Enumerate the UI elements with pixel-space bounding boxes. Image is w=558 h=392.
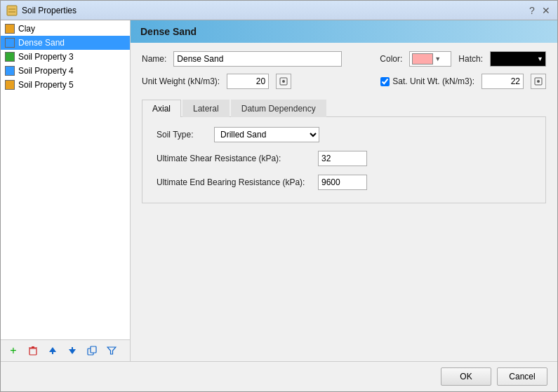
tabs-container: AxialLateralDatum Dependency [142, 99, 546, 117]
dialog-title: Soil Properties [22, 6, 77, 15]
soil-properties-dialog: Soil Properties ? ✕ ClayDense SandSoil P… [0, 0, 558, 392]
section-header: Dense Sand [131, 20, 557, 43]
svg-marker-6 [49, 347, 56, 352]
sidebar-item-label-soil-4: Soil Property 4 [18, 66, 74, 76]
hatch-label: Hatch: [458, 54, 483, 64]
dialog-body: ClayDense SandSoil Property 3Soil Proper… [1, 20, 557, 361]
name-input[interactable] [173, 51, 342, 67]
move-down-button[interactable] [64, 343, 81, 358]
sidebar-item-color-soil-4 [5, 66, 15, 76]
close-button[interactable]: ✕ [540, 5, 552, 16]
name-label: Name: [142, 54, 166, 64]
name-row: Name: Color: ▼ Hatch: ▼ [142, 51, 546, 67]
sidebar-item-soil-3[interactable]: Soil Property 3 [1, 50, 130, 64]
sidebar-toolbar: + [1, 339, 130, 361]
help-button[interactable]: ? [526, 5, 538, 16]
svg-rect-2 [8, 11, 15, 13]
sidebar-item-soil-4[interactable]: Soil Property 4 [1, 64, 130, 78]
sat-input[interactable] [481, 74, 524, 89]
cancel-button[interactable]: Cancel [497, 367, 547, 386]
delete-button[interactable] [25, 343, 41, 358]
end-bearing-input[interactable] [318, 175, 367, 190]
move-up-button[interactable] [44, 343, 61, 358]
sidebar-item-label-dense-sand: Dense Sand [18, 38, 65, 48]
soil-type-row: Soil Type: Drilled SandDriven SandClayRo… [157, 127, 534, 142]
title-controls: ? ✕ [526, 5, 552, 16]
sidebar-item-color-soil-3 [5, 52, 15, 62]
sidebar-item-dense-sand[interactable]: Dense Sand [1, 36, 130, 50]
svg-rect-11 [91, 346, 96, 353]
title-bar-left: Soil Properties [6, 5, 77, 16]
sat-checkbox[interactable] [380, 77, 390, 86]
dialog-icon [6, 5, 18, 16]
unit-weight-icon-btn[interactable] [276, 74, 291, 89]
sidebar-item-clay[interactable]: Clay [1, 22, 130, 36]
tabs-area: AxialLateralDatum Dependency Soil Type: … [142, 96, 546, 203]
svg-marker-8 [69, 349, 76, 354]
sat-label: Sat. Unit Wt. (kN/m3): [392, 76, 474, 86]
hatch-dropdown-arrow: ▼ [537, 55, 543, 62]
color-picker[interactable]: ▼ [409, 51, 451, 67]
svg-marker-12 [107, 347, 116, 354]
tab-content-axial: Soil Type: Drilled SandDriven SandClayRo… [142, 117, 545, 200]
svg-rect-7 [52, 352, 53, 354]
sidebar-item-color-clay [5, 24, 15, 34]
shear-resistance-input[interactable] [318, 151, 367, 166]
add-button[interactable]: + [5, 343, 22, 358]
ok-button[interactable]: OK [441, 367, 491, 386]
color-label: Color: [380, 54, 402, 64]
sidebar-list: ClayDense SandSoil Property 3Soil Proper… [1, 20, 130, 339]
filter-button[interactable] [103, 343, 120, 358]
shear-resistance-label: Ultimate Shear Resistance (kPa): [157, 154, 311, 163]
sat-icon-btn[interactable] [531, 74, 546, 89]
sidebar-item-color-soil-5 [5, 80, 15, 90]
dialog-footer: OK Cancel [1, 361, 557, 391]
sidebar-item-color-dense-sand [5, 38, 15, 48]
svg-rect-0 [7, 6, 17, 15]
copy-button[interactable] [84, 343, 100, 358]
color-swatch [412, 53, 433, 65]
svg-rect-5 [32, 346, 34, 348]
sidebar: ClayDense SandSoil Property 3Soil Proper… [1, 20, 131, 361]
sidebar-item-soil-5[interactable]: Soil Property 5 [1, 78, 130, 92]
svg-point-16 [537, 80, 540, 83]
tab-lateral[interactable]: Lateral [182, 100, 230, 117]
shear-resistance-row: Ultimate Shear Resistance (kPa): [157, 151, 534, 166]
form-area: Name: Color: ▼ Hatch: ▼ Unit Weight (kN [131, 43, 557, 361]
svg-rect-3 [29, 349, 36, 355]
color-dropdown-arrow: ▼ [434, 55, 441, 62]
unit-weight-label: Unit Weight (kN/m3): [142, 76, 220, 86]
sat-checkbox-row: Sat. Unit Wt. (kN/m3): [380, 76, 474, 86]
unit-weight-input[interactable] [227, 74, 269, 89]
title-bar: Soil Properties ? ✕ [1, 1, 557, 20]
unit-weight-row: Unit Weight (kN/m3): Sat. Unit Wt. (kN/m… [142, 74, 546, 89]
tab-axial[interactable]: Axial [142, 100, 181, 117]
soil-type-select[interactable]: Drilled SandDriven SandClayRock [214, 127, 319, 142]
main-content: Dense Sand Name: Color: ▼ Hatch: ▼ [131, 20, 557, 361]
svg-rect-9 [72, 347, 73, 349]
sidebar-item-label-soil-5: Soil Property 5 [18, 80, 74, 90]
svg-rect-1 [8, 8, 15, 10]
sidebar-item-label-clay: Clay [18, 24, 35, 34]
sidebar-item-label-soil-3: Soil Property 3 [18, 52, 74, 62]
soil-type-label: Soil Type: [157, 130, 207, 140]
svg-point-14 [282, 80, 285, 83]
hatch-picker[interactable]: ▼ [490, 51, 546, 67]
end-bearing-label: Ultimate End Bearing Resistance (kPa): [157, 177, 311, 187]
end-bearing-row: Ultimate End Bearing Resistance (kPa): [157, 175, 534, 190]
tab-datum[interactable]: Datum Dependency [231, 100, 326, 117]
